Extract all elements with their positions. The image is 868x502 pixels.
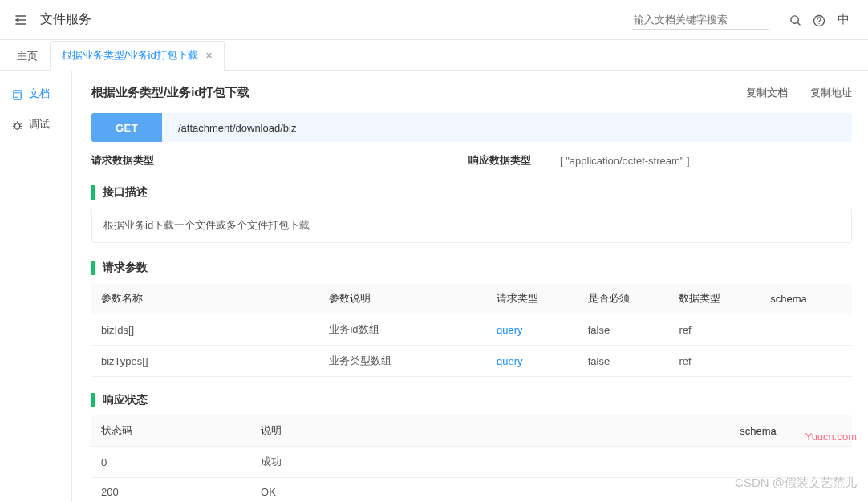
help-icon[interactable] bbox=[807, 12, 831, 26]
th-msg: 说明 bbox=[251, 415, 730, 447]
search-input[interactable] bbox=[632, 10, 769, 29]
doc-icon bbox=[11, 87, 22, 99]
section-desc-header: 接口描述 bbox=[91, 185, 852, 200]
th-name: 参数名称 bbox=[91, 283, 319, 314]
bug-icon bbox=[11, 118, 22, 130]
tab-active[interactable]: 根据业务类型/业务id打包下载 ✕ bbox=[50, 41, 225, 71]
copy-doc-button[interactable]: 复制文档 bbox=[746, 86, 788, 100]
api-description: 根据业务id下载一个文件或多个文件打包下载 bbox=[91, 208, 852, 243]
th-rschema: schema bbox=[730, 415, 852, 447]
table-row: bizTypes[]业务类型数组queryfalseref bbox=[91, 346, 852, 377]
table-row: bizIds[]业务id数组queryfalseref bbox=[91, 314, 852, 346]
th-type: 请求类型 bbox=[487, 283, 578, 314]
close-icon[interactable]: ✕ bbox=[205, 51, 213, 60]
copy-url-button[interactable]: 复制地址 bbox=[810, 86, 852, 100]
th-schema: schema bbox=[761, 283, 852, 314]
svg-point-4 bbox=[14, 123, 19, 128]
api-bar: GET /attachment/download/biz bbox=[91, 113, 852, 142]
search-icon[interactable] bbox=[783, 13, 807, 27]
sidenav-debug[interactable]: 调试 bbox=[0, 109, 71, 140]
section-resp-header: 响应状态 bbox=[91, 393, 852, 407]
sidenav-debug-label: 调试 bbox=[29, 117, 50, 132]
th-dtype: 数据类型 bbox=[669, 283, 761, 314]
app-title: 文件服务 bbox=[40, 11, 91, 28]
search-wrapper bbox=[632, 10, 769, 30]
http-method-badge: GET bbox=[91, 113, 162, 142]
sidenav-doc[interactable]: 文档 bbox=[0, 79, 71, 109]
th-req: 是否必须 bbox=[578, 283, 670, 314]
lang-button[interactable]: 中 bbox=[831, 12, 855, 27]
content-area: 根据业务类型/业务id打包下载 复制文档 复制地址 GET /attachmen… bbox=[72, 71, 868, 502]
request-params-table: 参数名称 参数说明 请求类型 是否必须 数据类型 schema bizIds[]… bbox=[91, 283, 852, 377]
tabs-bar: 主页 根据业务类型/业务id打包下载 ✕ bbox=[0, 40, 868, 71]
meta-row: 请求数据类型 响应数据类型 [ "application/octet-strea… bbox=[91, 153, 852, 168]
resp-type-label: 响应数据类型 bbox=[468, 153, 531, 168]
th-desc: 参数说明 bbox=[319, 283, 487, 314]
api-path: /attachment/download/biz bbox=[162, 122, 296, 134]
table-row: 0成功 bbox=[91, 447, 852, 478]
table-row: 200OK bbox=[91, 478, 852, 503]
tab-active-label: 根据业务类型/业务id打包下载 bbox=[62, 49, 198, 61]
response-status-table: 状态码 说明 schema 0成功200OK40001会话超时，请重新登录400… bbox=[91, 415, 852, 502]
tab-home-label: 主页 bbox=[17, 50, 38, 62]
sidenav-doc-label: 文档 bbox=[29, 87, 50, 101]
side-nav: 文档 调试 bbox=[0, 71, 72, 502]
th-code: 状态码 bbox=[91, 415, 251, 447]
req-type-label: 请求数据类型 bbox=[91, 154, 154, 166]
header: 文件服务 中 bbox=[0, 0, 868, 40]
resp-type-value: [ "application/octet-stream" ] bbox=[560, 155, 690, 167]
section-req-header: 请求参数 bbox=[91, 261, 852, 275]
svg-point-2 bbox=[818, 22, 819, 23]
menu-collapse-icon[interactable] bbox=[13, 13, 29, 26]
tab-home[interactable]: 主页 bbox=[5, 42, 50, 71]
page-title: 根据业务类型/业务id打包下载 bbox=[91, 85, 724, 100]
